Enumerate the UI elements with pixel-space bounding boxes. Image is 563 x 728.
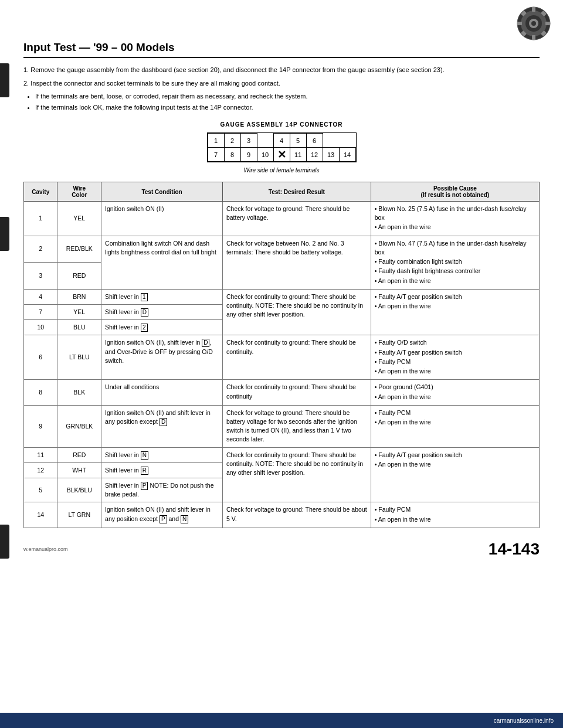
wire-color-10: BLU — [57, 320, 101, 335]
wire-color-12: WHT — [57, 462, 101, 478]
table-row: 1 YEL Ignition switch ON (II) Check for … — [24, 202, 540, 236]
bullet1-text: If the terminals are bent, loose, or cor… — [35, 91, 540, 101]
col-wire-color: WireColor — [57, 182, 101, 202]
svg-rect-3 — [532, 35, 535, 40]
wire-color-7: YEL — [57, 304, 101, 319]
cell-1: 1 — [208, 134, 224, 148]
cell-7: 7 — [208, 148, 224, 162]
test-condition-6: Ignition switch ON (II), shift lever in … — [101, 335, 223, 380]
cavity-10: 10 — [24, 320, 57, 335]
cavity-5: 5 — [24, 478, 57, 502]
cavity-7: 7 — [24, 304, 57, 319]
cell-5: 5 — [290, 134, 306, 148]
wire-color-6: LT BLU — [57, 335, 101, 380]
test-condition-14: Ignition switch ON (II) and shift lever … — [101, 502, 223, 528]
desired-result-6: Check for continuity to ground: There sh… — [222, 335, 371, 380]
cell-3: 3 — [240, 134, 257, 148]
desired-result-8: Check for continuity to ground: There sh… — [222, 380, 371, 405]
main-data-table: Cavity WireColor Test Condition Test: De… — [23, 182, 540, 528]
wire-color-4: BRN — [57, 289, 101, 304]
possible-cause-6: Faulty O/D switch Faulty A/T gear positi… — [371, 335, 539, 380]
honda-logo — [516, 6, 551, 42]
cell-10: 10 — [257, 148, 273, 162]
col-desired-result: Test: Desired Result — [222, 182, 371, 202]
wire-color-1: YEL — [57, 202, 101, 236]
cell-4: 4 — [273, 134, 290, 148]
step2-text: 2. Inspect the connector and socket term… — [23, 79, 540, 89]
col-possible-cause: Possible Cause(If result is not obtained… — [371, 182, 539, 202]
footer-page-number: 14-143 — [489, 540, 540, 559]
cell-8: 8 — [224, 148, 240, 162]
possible-cause-2: Blown No. 47 (7.5 A) fuse in the under-d… — [371, 236, 539, 289]
connector-section: GAUGE ASSEMBLY 14P CONNECTOR 1 2 3 4 5 6… — [23, 121, 540, 174]
desired-result-4: Check for continuity to ground: There sh… — [222, 289, 371, 335]
cell-11: 11 — [290, 148, 306, 162]
desired-result-14: Check for voltage to ground: There shoul… — [222, 502, 371, 528]
col-test-condition: Test Condition — [101, 182, 223, 202]
svg-point-12 — [531, 21, 536, 26]
col-cavity: Cavity — [24, 182, 57, 202]
svg-rect-2 — [532, 7, 535, 12]
cell-13: 13 — [323, 148, 339, 162]
cavity-12: 12 — [24, 462, 57, 478]
cell-6: 6 — [306, 134, 323, 148]
cavity-8: 8 — [24, 380, 57, 405]
cell-2: 2 — [224, 134, 240, 148]
connector-grid: 1 2 3 4 5 6 7 8 9 10 ✕ 11 12 13 14 — [207, 132, 357, 162]
svg-rect-4 — [517, 22, 522, 25]
test-condition-7: Shift lever in D — [101, 304, 223, 319]
table-row: 8 BLK Under all conditions Check for con… — [24, 380, 540, 405]
cell-empty1 — [257, 134, 273, 148]
test-condition-4: Shift lever in 1 — [101, 289, 223, 304]
table-row: 6 LT BLU Ignition switch ON (II), shift … — [24, 335, 540, 380]
bullet2-text: If the terminals look OK, make the follo… — [35, 103, 540, 113]
table-row: 14 LT GRN Ignition switch ON (II) and sh… — [24, 502, 540, 528]
desired-result-9: Check for voltage to ground: There shoul… — [222, 405, 371, 447]
svg-rect-5 — [545, 22, 550, 25]
intro-section: 1. Remove the gauge assembly from the da… — [23, 65, 540, 112]
possible-cause-1: Blown No. 25 (7.5 A) fuse in the under-d… — [371, 202, 539, 236]
test-condition-12: Shift lever in R — [101, 462, 223, 478]
left-accent-bar-3 — [0, 525, 9, 559]
page-title: Input Test — '99 – 00 Models — [23, 41, 540, 58]
left-accent-bar-2 — [0, 217, 9, 251]
cell-9: 9 — [240, 148, 257, 162]
possible-cause-9: Faulty PCM An open in the wire — [371, 405, 539, 447]
cavity-4: 4 — [24, 289, 57, 304]
cell-12: 12 — [306, 148, 323, 162]
wire-color-2: RED/BLK — [57, 236, 101, 263]
cell-x: ✕ — [273, 148, 290, 162]
possible-cause-11: Faulty A/T gear position switch An open … — [371, 447, 539, 502]
cavity-14: 14 — [24, 502, 57, 528]
test-condition-5: Shift lever in P NOTE: Do not push the b… — [101, 478, 223, 502]
possible-cause-8: Poor ground (G401) An open in the wire — [371, 380, 539, 405]
wire-color-3: RED — [57, 263, 101, 290]
wire-color-5: BLK/BLU — [57, 478, 101, 502]
step1-text: 1. Remove the gauge assembly from the da… — [23, 65, 540, 75]
test-condition-1: Ignition switch ON (II) — [101, 202, 223, 236]
cavity-6: 6 — [24, 335, 57, 380]
cavity-3: 3 — [24, 263, 57, 290]
test-condition-9: Ignition switch ON (II) and shift lever … — [101, 405, 223, 447]
table-row: 4 BRN Shift lever in 1 Check for continu… — [24, 289, 540, 304]
wire-color-8: BLK — [57, 380, 101, 405]
cavity-1: 1 — [24, 202, 57, 236]
cavity-9: 9 — [24, 405, 57, 447]
desired-result-11: Check for continuity to ground: There sh… — [222, 447, 371, 502]
bottom-bar-text: carmanualssonline.info — [494, 717, 554, 724]
possible-cause-14: Faulty PCM An open in the wire — [371, 502, 539, 528]
cavity-2: 2 — [24, 236, 57, 263]
wire-color-14: LT GRN — [57, 502, 101, 528]
footer-website: w.emanualpro.com — [23, 546, 68, 552]
test-condition-10: Shift lever in 2 — [101, 320, 223, 335]
possible-cause-4: Faulty A/T gear position switch An open … — [371, 289, 539, 335]
desired-result-2: Check for voltage between No. 2 and No. … — [222, 236, 371, 289]
footer-area: w.emanualpro.com 14-143 — [23, 540, 540, 559]
test-condition-11: Shift lever in N — [101, 447, 223, 462]
left-accent-bar-1 — [0, 63, 9, 97]
wire-label: Wire side of female terminals — [23, 167, 540, 174]
desired-result-1: Check for voltage to ground: There shoul… — [222, 202, 371, 236]
connector-title: GAUGE ASSEMBLY 14P CONNECTOR — [23, 121, 540, 128]
wire-color-9: GRN/BLK — [57, 405, 101, 447]
bottom-bar: carmanualssonline.info — [0, 713, 563, 728]
